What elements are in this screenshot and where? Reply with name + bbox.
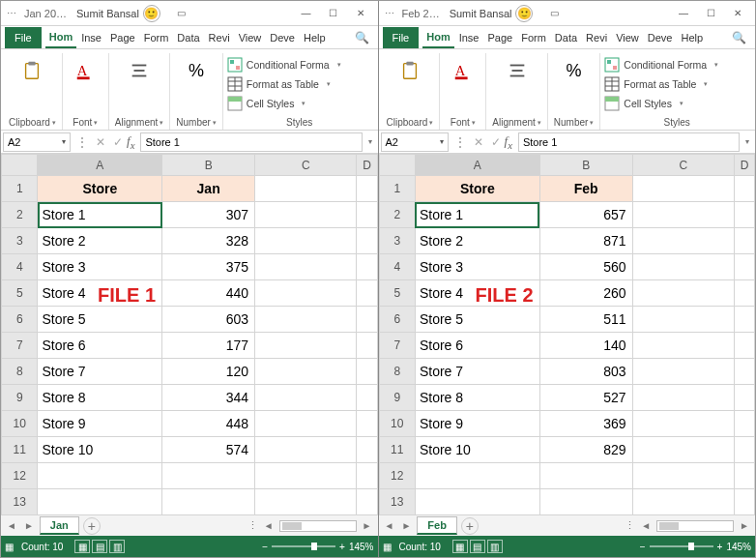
chevron-down-icon[interactable]: ▾: [680, 100, 683, 107]
sheet-nav-next-icon[interactable]: ►: [399, 520, 413, 531]
row-header[interactable]: 5: [379, 280, 415, 307]
cell[interactable]: [357, 333, 377, 359]
cell[interactable]: [734, 333, 754, 359]
cell[interactable]: Store 9: [415, 411, 539, 437]
cell-styles-button[interactable]: Cell Styles▾: [227, 94, 372, 113]
column-header[interactable]: B: [162, 155, 255, 176]
zoom-slider[interactable]: [272, 545, 335, 547]
record-macro-icon[interactable]: ▦: [5, 542, 14, 552]
cell[interactable]: Store 6: [415, 333, 539, 359]
cell[interactable]: [357, 280, 377, 307]
column-header[interactable]: A: [38, 155, 162, 176]
sheet-nav-prev-icon[interactable]: ◄: [383, 520, 396, 531]
zoom-out-button[interactable]: −: [262, 542, 268, 552]
user-name[interactable]: Sumit Bansal: [76, 8, 139, 19]
cell[interactable]: [415, 489, 539, 515]
cell[interactable]: [357, 228, 377, 254]
cell[interactable]: 260: [539, 280, 632, 307]
cell[interactable]: 344: [162, 385, 255, 411]
hscroll-left-icon[interactable]: ◄: [262, 520, 276, 531]
maximize-button[interactable]: ☐: [697, 3, 724, 24]
ribbon-tab[interactable]: Help: [677, 27, 707, 48]
cell[interactable]: [255, 333, 357, 359]
row-header[interactable]: 7: [379, 333, 415, 359]
row-header[interactable]: 12: [2, 463, 38, 489]
cell[interactable]: 574: [162, 437, 255, 463]
format-as-table-button[interactable]: Format as Table▾: [227, 74, 372, 94]
number-icon[interactable]: %: [561, 57, 588, 84]
formula-bar[interactable]: Store 1: [518, 132, 740, 152]
cell[interactable]: 603: [162, 307, 255, 333]
row-header[interactable]: 8: [379, 359, 415, 385]
cell[interactable]: 440: [162, 280, 255, 307]
font-label[interactable]: Font▾: [451, 117, 476, 128]
select-all-corner[interactable]: [2, 155, 38, 176]
hscroll-right-icon[interactable]: ►: [738, 520, 751, 531]
row-header[interactable]: 13: [2, 489, 38, 515]
history-icon[interactable]: ⋯: [383, 7, 396, 20]
row-header[interactable]: 4: [2, 254, 38, 280]
cell[interactable]: [255, 437, 357, 463]
cell[interactable]: 657: [539, 202, 632, 228]
cell[interactable]: 871: [539, 228, 632, 254]
cell[interactable]: Store 8: [38, 385, 162, 411]
hscroll-right-icon[interactable]: ►: [361, 520, 374, 531]
ribbon-tab[interactable]: Inse: [77, 27, 105, 48]
alignment-icon[interactable]: [504, 57, 531, 84]
cell[interactable]: [734, 307, 754, 333]
cell[interactable]: [255, 254, 357, 280]
cell[interactable]: [632, 437, 734, 463]
spreadsheet-grid[interactable]: ABCD1StoreFeb2Store 16573Store 28714Stor…: [379, 154, 756, 514]
cell[interactable]: [255, 307, 357, 333]
cell[interactable]: Store 3: [38, 254, 162, 280]
cell[interactable]: [255, 359, 357, 385]
close-button[interactable]: ✕: [347, 3, 374, 24]
column-header[interactable]: C: [255, 155, 357, 176]
record-macro-icon[interactable]: ▦: [383, 542, 392, 552]
cell[interactable]: [734, 254, 754, 280]
add-sheet-button[interactable]: +: [83, 517, 101, 535]
row-header[interactable]: 9: [379, 385, 415, 411]
cell[interactable]: Store 5: [415, 307, 539, 333]
zoom-level[interactable]: 145%: [726, 542, 751, 552]
cell[interactable]: [734, 228, 754, 254]
alignment-label[interactable]: Alignment▾: [115, 117, 163, 128]
row-header[interactable]: 6: [379, 307, 415, 333]
cell[interactable]: [539, 463, 632, 489]
chevron-down-icon[interactable]: ▾: [538, 119, 541, 127]
avatar[interactable]: 🙂: [515, 5, 533, 22]
row-header[interactable]: 1: [2, 176, 38, 202]
cell[interactable]: 511: [539, 307, 632, 333]
clipboard-icon[interactable]: [396, 57, 423, 84]
minimize-button[interactable]: —: [293, 3, 320, 24]
ribbon-tab[interactable]: Inse: [455, 27, 483, 48]
cell[interactable]: [632, 385, 734, 411]
cell[interactable]: [357, 307, 377, 333]
number-label[interactable]: Number▾: [554, 117, 595, 128]
zoom-slider[interactable]: [650, 545, 713, 547]
sheet-nav-next-icon[interactable]: ►: [22, 520, 36, 531]
cell[interactable]: Store 3: [415, 254, 539, 280]
ribbon-options-icon[interactable]: ▭: [168, 3, 195, 24]
column-header[interactable]: D: [357, 155, 377, 176]
cell[interactable]: [632, 333, 734, 359]
cell[interactable]: 177: [162, 333, 255, 359]
chevron-down-icon[interactable]: ▾: [52, 119, 56, 127]
cell[interactable]: Store 6: [38, 333, 162, 359]
formula-bar[interactable]: Store 1: [140, 132, 362, 152]
cell[interactable]: [255, 202, 357, 228]
history-icon[interactable]: ⋯: [5, 7, 18, 20]
number-label[interactable]: Number▾: [176, 117, 217, 128]
cell[interactable]: 829: [539, 437, 632, 463]
zoom-in-button[interactable]: +: [339, 542, 345, 552]
cell[interactable]: Store 1: [415, 202, 539, 228]
name-box[interactable]: A2▾: [3, 132, 71, 152]
add-sheet-button[interactable]: +: [461, 517, 479, 535]
ribbon-tab[interactable]: Page: [483, 27, 516, 48]
cell[interactable]: 527: [539, 385, 632, 411]
ribbon-tab[interactable]: Form: [517, 27, 550, 48]
ribbon-tab[interactable]: Help: [300, 27, 330, 48]
cell[interactable]: Store 4: [415, 280, 539, 307]
close-button[interactable]: ✕: [724, 3, 751, 24]
sheet-nav-prev-icon[interactable]: ◄: [5, 520, 18, 531]
